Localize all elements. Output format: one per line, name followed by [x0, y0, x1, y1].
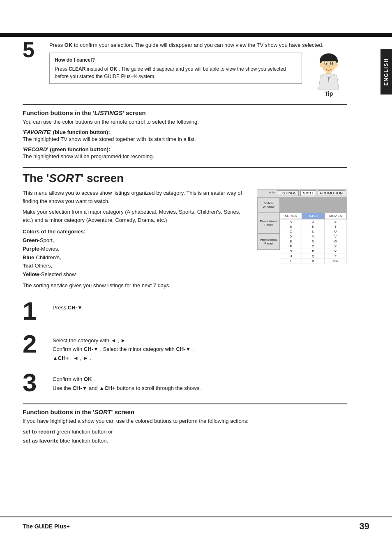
diagram-cell-y: Y — [325, 249, 346, 254]
step-3-row: 3 Confirm with OK . Use the CH-▼ and ▲CH… — [23, 370, 347, 395]
diagram-cell-q: Q — [302, 254, 324, 259]
sort-intro1: This menu allows you to access show list… — [23, 189, 249, 205]
diagram-col-2: S T U V W X Y Z Misc — [325, 219, 347, 264]
diagram-cell-misc: Misc — [325, 259, 346, 263]
colors-heading: Colors of the categories: — [23, 228, 249, 235]
step-1-desc: Press CH-▼ — [53, 298, 83, 312]
record-desc: The highlighted show will be programmed … — [23, 153, 347, 159]
diagram-cell-w: W — [325, 239, 346, 244]
svg-point-6 — [326, 63, 327, 64]
tip-box-title: How do I cancel? — [55, 56, 297, 64]
svg-point-2 — [320, 62, 323, 67]
sort-function-intro: If you have highlighted a show you can u… — [23, 418, 347, 424]
tip-person-illustration — [312, 53, 345, 90]
diagram-cell-z: Z — [325, 254, 346, 259]
step-5-number: 5 — [23, 39, 45, 60]
diagram-table: SERIES A-B-C MOVIES A B C D E F G — [280, 197, 347, 264]
diagram-cell-k: K — [302, 224, 324, 229]
diagram-cell-h: H — [280, 254, 302, 259]
footer-page: 39 — [360, 521, 369, 532]
diagram-body: VideoWindow PromotionalPanel Promotional… — [257, 197, 347, 264]
footer-title: The GUIDE Plus+ — [23, 523, 70, 530]
sort-main: This menu allows you to access show list… — [23, 189, 347, 290]
diagram-cell-l: L — [302, 229, 324, 234]
diagram-header-row: SERIES A-B-C MOVIES — [280, 213, 347, 219]
diagram-cell-v: V — [325, 234, 346, 239]
diagram-cell-i: I — [280, 259, 302, 264]
sort-fn-record: set to record green function button or — [23, 427, 347, 436]
favorite-desc: The highlighted TV show will be stored t… — [23, 136, 347, 142]
diagram-cell-f: F — [280, 244, 302, 249]
diagram-cell-j: J — [302, 219, 324, 224]
diagram-cell-p: P — [302, 249, 324, 254]
listings-intro: You can use the color buttons on the rem… — [23, 119, 347, 125]
top-bar — [0, 33, 392, 37]
step-2-desc: Select the category with ◄ , ► . Confirm… — [53, 331, 194, 362]
tip-image-area: Tip — [310, 53, 347, 97]
diagram-video-label: VideoWindow — [257, 197, 280, 213]
diagram-promo2-label: PromotionalPanel — [257, 233, 280, 250]
tip-area: How do I cancel? Press CLEAR instead of … — [49, 53, 347, 97]
step-1-row: 1 Press CH-▼ — [23, 298, 347, 324]
record-subheading: 'RECORD' (green function button): — [23, 146, 347, 152]
diagram-cell-s: S — [325, 219, 346, 224]
diagram-cell-c: C — [280, 229, 302, 234]
sort-diagram: ◄► LISTINGS SORT PROMOTION VideoWindow P… — [257, 189, 347, 264]
favorite-subheading: 'FAVORITE' (blue function button): — [23, 129, 347, 135]
sort-fn-favorite: set as favorite blue function button. — [23, 436, 347, 445]
sort-function-section: Function buttons in the 'SORT' screen If… — [23, 404, 347, 445]
diagram-col-abc: A-B-C — [302, 213, 324, 219]
listings-divider — [23, 104, 347, 105]
diagram-cell-o: O — [302, 244, 324, 249]
diagram-cell-g: G — [280, 249, 302, 254]
step-3-desc: Confirm with OK . Use the CH-▼ and ▲CH+ … — [53, 370, 201, 392]
diagram-tab-promotion: PROMOTION — [318, 190, 346, 196]
sort-text: This menu allows you to access show list… — [23, 189, 249, 290]
step-5-text: Press OK to confirm your selection. The … — [49, 41, 347, 49]
diagram-data-rows: A B C D E F G H I J K — [280, 219, 347, 264]
sort-function-heading: Function buttons in the 'SORT' screen — [23, 408, 347, 415]
step-1-number: 1 — [23, 298, 49, 324]
step-2-number: 2 — [23, 331, 49, 357]
color-teal: Teal-Others, — [23, 262, 249, 270]
step-5-section: 5 Press OK to confirm your selection. Th… — [23, 41, 347, 97]
diagram-cell-m: M — [302, 234, 324, 239]
diagram-cell-r: R — [302, 259, 324, 264]
diagram-tabs: ◄► LISTINGS SORT PROMOTION — [257, 189, 347, 197]
diagram-promo1-label: PromotionalPanel — [257, 213, 280, 233]
diagram-col-1: J K L M N O P Q R — [302, 219, 324, 264]
diagram-cell-x: X — [325, 244, 346, 249]
tip-box-text: Press CLEAR instead of OK . The guide wi… — [55, 65, 297, 80]
diagram-cell-b: B — [280, 224, 302, 229]
diagram-col-movies: MOVIES — [325, 213, 347, 219]
diagram-cell-e: E — [280, 239, 302, 244]
tip-label: Tip — [325, 90, 333, 97]
color-green: Green-Sport, — [23, 236, 249, 245]
diagram-tab-listings: LISTINGS — [277, 190, 299, 196]
step-3-number: 3 — [23, 370, 49, 395]
step-2-row: 2 Select the category with ◄ , ► . Confi… — [23, 331, 347, 362]
sort-fn-divider — [23, 404, 347, 404]
diagram-cell-t: T — [325, 224, 346, 229]
sort-intro2: Make your selection from a major categor… — [23, 208, 249, 224]
diagram-cell-a: A — [280, 219, 302, 224]
side-tab-label: ENGLISH — [383, 58, 389, 85]
diagram-tab-sort: SORT — [300, 190, 316, 196]
diagram-video-area — [280, 197, 347, 213]
color-purple: Purple-Movies, — [23, 245, 249, 254]
diagram-cell-n: N — [302, 239, 324, 244]
listings-function-heading: Function buttons in the 'LISTINGS' scree… — [23, 109, 347, 116]
diagram-labels: VideoWindow PromotionalPanel Promotional… — [257, 197, 280, 264]
diagram-cell-d: D — [280, 234, 302, 239]
tip-box: How do I cancel? Press CLEAR instead of … — [49, 53, 302, 84]
svg-point-7 — [332, 63, 333, 64]
sort-title: The 'SORT' screen — [23, 172, 347, 185]
diagram-col-series: SERIES — [280, 213, 302, 219]
steps-section: 1 Press CH-▼ 2 Select the category with … — [23, 298, 347, 395]
color-yellow: Yellow-Selected show — [23, 270, 249, 279]
sorting-note: The sorting service gives you show listi… — [23, 281, 249, 290]
diagram-cell-u: U — [325, 229, 346, 234]
side-tab: ENGLISH — [380, 49, 392, 95]
footer-bar: The GUIDE Plus+ 39 — [0, 517, 392, 535]
diagram-col-0: A B C D E F G H I — [280, 219, 302, 264]
